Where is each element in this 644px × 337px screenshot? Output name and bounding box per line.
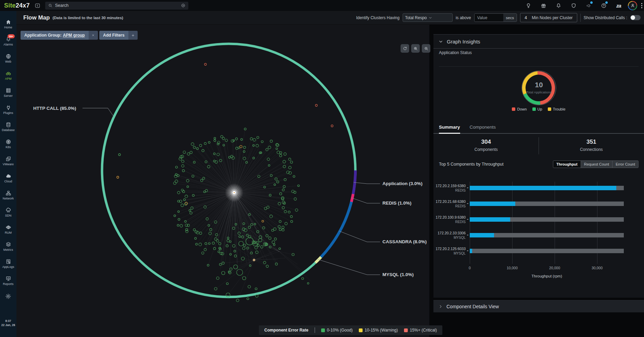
flow-node[interactable] [331,125,333,127]
help-icon[interactable] [598,1,609,10]
sidebar-item-applogs[interactable]: AppLogs [0,258,16,274]
flow-node[interactable] [118,154,121,156]
metric-toggle-group: ThroughputRequest CountError Count [553,160,639,168]
notifications-icon[interactable] [553,1,564,10]
sidebar-item-k8s[interactable]: K8s [0,138,16,154]
left-nav: HomeAlarms99+WebAPMServerPluginsDatabase… [0,11,16,337]
min-nodes-value[interactable]: 4 [525,15,527,20]
sidebar-item-metrics[interactable]: Metrics [0,241,16,257]
error-legend-item: 15%+ (Critical) [404,328,437,333]
sidebar-item-settings[interactable] [0,293,16,303]
ring-mysql[interactable] [315,257,321,262]
metric-toggle-error-count[interactable]: Error Count [613,161,638,168]
flow-node[interactable] [315,104,317,106]
status-legend-item: Up [532,107,542,111]
gift-icon[interactable] [538,1,549,10]
bar-category-label: 172.20.2.125:6033MYSQL [433,247,466,256]
bar-value[interactable] [470,202,515,206]
remove-filter-icon[interactable] [89,31,98,40]
collapse-sidebar-button[interactable] [35,3,40,9]
alarm-count-badge: 99+ [8,34,15,38]
sidebar-item-network[interactable]: Network [0,190,16,205]
cluster-metric-select[interactable]: Total Response Time [403,13,453,22]
application-group-filter-chip[interactable]: Application Group:APM group [21,31,98,40]
sidebar-item-server[interactable]: Server [0,87,16,103]
application-status-title: Application Status [439,48,639,58]
threshold-value-input[interactable] [475,14,503,22]
component-error-rate-legend: Component Error Rate 0-10% (Good)10-15% … [259,325,442,335]
metric-toggle-request-count[interactable]: Request Count [581,161,613,168]
refresh-button[interactable] [401,44,409,53]
database-icon [5,122,11,128]
add-filters-chip[interactable]: Add Filters [99,31,138,40]
sidebar-item-database[interactable]: Database [0,121,16,137]
sidebar-item-plugins[interactable]: Plugins [0,104,16,120]
zoom-in-icon [413,46,418,51]
legend-swatch [548,107,551,111]
sidebar-item-cloud[interactable]: Cloud [0,172,16,188]
k8s-icon [5,139,11,145]
flow-map-canvas[interactable]: Application (3.0%)REDIS (1.0%)CASSANDRA … [16,25,429,337]
sidebar-item-reports[interactable]: Reports [0,275,16,291]
flow-node[interactable] [204,63,206,65]
sidebar-item-home[interactable]: Home [0,18,16,34]
sidebar-item-rum[interactable]: RUM [0,224,16,239]
filter-chip-value[interactable]: APM group [63,33,85,38]
zoom-out-button[interactable] [422,44,430,53]
clear-search-icon[interactable] [181,3,186,8]
network-icon [5,190,11,196]
user-avatar[interactable] [628,1,637,10]
bar-value[interactable] [470,217,510,222]
sidebar-item-label: Alarms [0,43,16,46]
zoho-icon[interactable]: za [613,1,624,10]
announcements-icon[interactable] [583,1,594,10]
zoom-in-button[interactable] [411,44,420,53]
site24x7-logo[interactable]: Site24x7 [4,2,30,9]
page-title: Flow Map [23,14,50,21]
refresh-icon [403,46,407,51]
legend-swatch [359,328,363,332]
plus-icon [131,34,135,37]
tab-components[interactable]: Components [470,121,496,134]
x-tick-label: 0 [469,266,471,270]
sidebar-item-sdn[interactable]: SDN [0,207,16,222]
cluster-hub[interactable] [233,192,235,193]
graph-insights-panel: Graph Insights Application Status 10Tota… [433,34,644,298]
add-filter-icon[interactable] [128,31,138,40]
sidebar-item-apm[interactable]: APM [0,70,16,86]
graph-insights-header[interactable]: Graph Insights [433,35,644,49]
sidebar-item-label: Web [0,60,16,63]
metric-toggle-throughput[interactable]: Throughput [553,161,581,168]
sidebar-item-vmware[interactable]: VMware [0,155,16,171]
security-icon[interactable] [568,1,579,10]
cluster-metric-value: Total Response Time [405,15,427,20]
apps-grid-icon[interactable] [641,2,643,9]
sidebar-item-label: Reports [0,282,16,286]
legend-swatch [532,107,536,111]
global-search[interactable] [45,2,188,10]
ring-application[interactable] [353,170,355,194]
sidebar-item-web[interactable]: Web [0,53,16,68]
notification-dot [605,1,608,4]
sidebar-item-label: RUM [0,231,16,234]
sidebar-item-alarms[interactable]: Alarms99+ [0,36,16,51]
show-distributed-toggle[interactable] [630,15,641,20]
bar-category-label: 172.20.2.159:6380REDIS [433,184,466,193]
tab-summary[interactable]: Summary [439,121,460,134]
search-input[interactable] [55,3,178,8]
flow-node[interactable] [117,176,119,178]
bar-value[interactable] [470,233,494,237]
ring-label: MYSQL (1.0%) [382,272,414,277]
page-subtitle: (Data is limited to the last 30 minutes) [52,16,123,20]
chevron-down-icon [428,16,432,20]
component-details-header[interactable]: Component Details View [433,300,644,312]
toggle-knob [631,15,635,20]
min-nodes-control[interactable]: 4 Min Nodes per Cluster [520,13,577,22]
idea-icon[interactable] [522,1,534,10]
bar-value[interactable] [470,186,616,190]
ring-cassandra[interactable] [321,202,352,257]
ring-label: Application (3.0%) [382,181,422,186]
error-legend-item: 0-10% (Good) [321,328,353,333]
is-above-label: is above [456,15,471,20]
bar-value[interactable] [470,249,472,253]
